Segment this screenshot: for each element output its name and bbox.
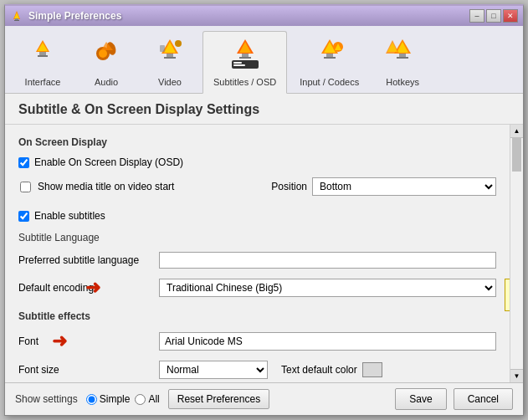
tab-audio[interactable]: Audio xyxy=(75,31,137,93)
position-select[interactable]: Bottom Top Center xyxy=(312,177,496,196)
svg-rect-15 xyxy=(164,57,176,59)
enable-osd-row: Enable On Screen Display (OSD) xyxy=(18,156,496,168)
scroll-up-button[interactable]: ▲ xyxy=(510,125,523,138)
svg-point-17 xyxy=(175,40,182,47)
bottom-left: Show settings Simple All Reset Preferenc… xyxy=(15,389,269,409)
reset-preferences-button[interactable]: Reset Preferences xyxy=(168,389,269,409)
svg-rect-6 xyxy=(39,52,46,55)
title-bar-buttons: – □ ✕ xyxy=(469,9,518,23)
content-area: Subtitle & On Screen Display Settings On… xyxy=(5,94,523,382)
svg-rect-34 xyxy=(397,57,408,59)
close-button[interactable]: ✕ xyxy=(503,9,518,23)
svg-point-9 xyxy=(99,49,107,58)
tab-subtitles[interactable]: Subtitles / OSD xyxy=(202,31,287,94)
simple-radio-label: Simple xyxy=(100,393,131,405)
preferred-language-row: Preferred subtitle language xyxy=(18,252,496,269)
tab-audio-label: Audio xyxy=(95,77,118,87)
svg-rect-33 xyxy=(399,54,406,57)
encoding-select-wrapper: Traditional Chinese (Big5) UTF-8 Simplif… xyxy=(159,279,496,297)
tab-video-label: Video xyxy=(158,77,182,87)
input-icon xyxy=(310,35,350,75)
svg-rect-28 xyxy=(324,57,336,59)
all-radio[interactable] xyxy=(135,394,146,405)
text-default-color-label: Text default color xyxy=(281,364,357,376)
svg-rect-16 xyxy=(160,45,165,52)
encoding-select[interactable]: Traditional Chinese (Big5) UTF-8 Simplif… xyxy=(159,279,496,297)
show-media-title-checkbox[interactable] xyxy=(20,182,31,192)
save-button[interactable]: Save xyxy=(395,388,446,410)
settings-scroll-area[interactable]: On Screen Display Enable On Screen Displ… xyxy=(5,125,510,382)
encoding-tooltip: Set the encoding used in text subtitles xyxy=(505,279,510,311)
enable-subtitles-checkbox[interactable] xyxy=(18,211,29,222)
font-size-label: Font size xyxy=(18,364,152,376)
video-icon xyxy=(150,35,190,75)
font-value-text: Arial Unicode MS xyxy=(165,335,243,347)
font-value: Arial Unicode MS xyxy=(159,332,496,351)
subtitle-effects-label: Subtitle effects xyxy=(18,310,496,322)
simple-radio-row: Simple xyxy=(86,393,131,405)
interface-icon xyxy=(23,35,63,75)
font-arrow-icon: ➜ xyxy=(52,330,67,352)
svg-rect-20 xyxy=(242,54,249,57)
title-bar-left: Simple Preferences xyxy=(10,9,121,23)
tab-interface[interactable]: Interface xyxy=(12,31,74,93)
scroll-down-button[interactable]: ▼ xyxy=(510,369,523,382)
enable-subtitles-label: Enable subtitles xyxy=(34,210,105,222)
maximize-button[interactable]: □ xyxy=(486,9,501,23)
audio-icon xyxy=(86,35,126,75)
tab-video[interactable]: Video xyxy=(139,31,201,93)
toolbar: Interface Audio xyxy=(5,26,523,94)
text-color-swatch[interactable] xyxy=(362,362,382,377)
tab-hotkeys[interactable]: Hotkeys xyxy=(372,31,433,93)
radio-group: Simple All xyxy=(86,393,160,405)
subtitle-language-label: Subtitle Language xyxy=(18,232,496,243)
simple-radio[interactable] xyxy=(86,394,97,405)
preferred-language-field-label: Preferred subtitle language xyxy=(18,254,152,266)
svg-rect-7 xyxy=(38,55,48,57)
main-window: Simple Preferences – □ ✕ Interface xyxy=(4,4,524,416)
minimize-button[interactable]: – xyxy=(469,9,484,23)
tab-hotkeys-label: Hotkeys xyxy=(386,77,419,87)
svg-rect-3 xyxy=(14,20,19,21)
cancel-button[interactable]: Cancel xyxy=(454,388,513,410)
tab-interface-label: Interface xyxy=(25,77,61,87)
svg-rect-2 xyxy=(15,18,18,20)
position-label: Position xyxy=(271,181,307,192)
enable-osd-checkbox[interactable] xyxy=(18,157,29,168)
svg-rect-27 xyxy=(326,54,333,57)
hotkeys-icon xyxy=(382,35,423,75)
svg-rect-14 xyxy=(167,54,173,57)
svg-rect-23 xyxy=(233,62,242,64)
osd-section-label: On Screen Display xyxy=(18,136,496,148)
title-bar: Simple Preferences – □ ✕ xyxy=(5,6,523,26)
bottom-right: Save Cancel xyxy=(395,388,513,410)
scroll-thumb[interactable] xyxy=(512,138,521,172)
show-media-title-row: Show media title on video start Position… xyxy=(20,177,496,196)
page-title: Subtitle & On Screen Display Settings xyxy=(5,94,523,125)
tab-input[interactable]: Input / Codecs xyxy=(289,31,370,93)
default-encoding-row: Default encoding ➜ Traditional Chinese (… xyxy=(18,279,496,297)
show-settings-label: Show settings xyxy=(15,393,78,405)
enable-subtitles-row: Enable subtitles xyxy=(18,210,496,222)
all-radio-label: All xyxy=(148,393,159,405)
app-icon xyxy=(10,9,23,23)
font-size-row: Font size Normal Small Large Very large … xyxy=(18,361,496,379)
bottom-bar: Show settings Simple All Reset Preferenc… xyxy=(5,382,523,415)
font-field-label: Font xyxy=(18,335,152,347)
show-media-title-label: Show media title on video start xyxy=(38,181,174,192)
tab-input-label: Input / Codecs xyxy=(300,77,359,87)
font-row: Font ➜ Arial Unicode MS xyxy=(18,332,496,351)
encoding-arrow-icon: ➜ xyxy=(85,277,100,299)
preferred-language-input[interactable] xyxy=(159,252,496,269)
scrollbar[interactable]: ▲ ▼ xyxy=(510,125,523,382)
enable-osd-label: Enable On Screen Display (OSD) xyxy=(34,156,183,168)
svg-rect-21 xyxy=(239,57,251,59)
position-group: Position Bottom Top Center xyxy=(271,177,496,196)
subtitles-icon xyxy=(225,35,265,75)
scroll-track[interactable] xyxy=(510,138,523,369)
all-radio-row: All xyxy=(135,393,159,405)
tab-subtitles-label: Subtitles / OSD xyxy=(213,77,276,87)
font-size-select[interactable]: Normal Small Large Very large xyxy=(159,361,268,379)
text-default-color-group: Text default color xyxy=(281,362,382,377)
svg-rect-24 xyxy=(233,64,245,66)
